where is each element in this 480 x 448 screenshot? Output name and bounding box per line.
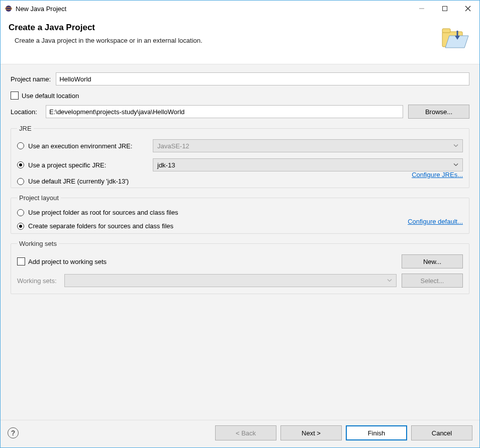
browse-button[interactable]: Browse... bbox=[408, 105, 469, 119]
working-sets-label: Working sets: bbox=[17, 277, 59, 285]
jre-option-execution-env-label: Use an execution environment JRE: bbox=[28, 142, 153, 150]
eclipse-icon bbox=[5, 5, 13, 13]
radio-icon bbox=[17, 142, 24, 149]
help-icon[interactable]: ? bbox=[8, 427, 19, 438]
folder-icon bbox=[439, 22, 471, 54]
svg-rect-3 bbox=[443, 7, 447, 11]
dialog-window: New Java Project Create a Java Project C… bbox=[0, 0, 480, 448]
add-to-working-sets-checkbox[interactable]: Add project to working sets bbox=[17, 257, 402, 265]
use-default-location-label: Use default location bbox=[22, 92, 79, 100]
svg-point-0 bbox=[6, 6, 12, 12]
chevron-down-icon bbox=[387, 277, 392, 285]
minimize-button[interactable] bbox=[410, 1, 433, 16]
jre-option-default[interactable]: Use default JRE (currently 'jdk-13') bbox=[17, 177, 463, 185]
svg-rect-7 bbox=[442, 29, 450, 33]
location-label: Location: bbox=[11, 108, 41, 116]
back-button: < Back bbox=[215, 425, 276, 440]
project-name-label: Project name: bbox=[11, 75, 51, 83]
project-layout-group: Project layout Use project folder as roo… bbox=[11, 194, 469, 234]
radio-icon bbox=[17, 161, 24, 168]
jre-option-execution-env[interactable]: Use an execution environment JRE: JavaSE… bbox=[17, 139, 463, 152]
window-controls bbox=[410, 1, 479, 16]
layout-option-root-folder-label: Use project folder as root for sources a… bbox=[28, 209, 178, 216]
location-row: Location: Browse... bbox=[11, 105, 469, 119]
page-subheading: Create a Java project in the workspace o… bbox=[15, 37, 203, 44]
banner: Create a Java Project Create a Java proj… bbox=[1, 17, 479, 64]
page-heading: Create a Java Project bbox=[9, 23, 203, 33]
execution-env-select: JavaSE-12 bbox=[153, 139, 463, 152]
checkbox-icon bbox=[17, 257, 25, 265]
working-sets-select bbox=[64, 274, 397, 287]
select-working-set-button: Select... bbox=[402, 274, 463, 288]
chevron-down-icon bbox=[453, 161, 458, 169]
footer: ? < Back Next > Finish Cancel bbox=[1, 420, 479, 447]
next-button[interactable]: Next > bbox=[280, 425, 342, 440]
working-sets-legend: Working sets bbox=[17, 240, 59, 247]
project-name-row: Project name: bbox=[11, 72, 469, 85]
layout-option-root-folder[interactable]: Use project folder as root for sources a… bbox=[17, 209, 463, 216]
window-title: New Java Project bbox=[16, 5, 410, 13]
jre-group: JRE Use an execution environment JRE: Ja… bbox=[11, 125, 469, 188]
titlebar: New Java Project bbox=[1, 1, 479, 17]
content-area: Project name: Use default location Locat… bbox=[1, 64, 479, 420]
jre-option-project-specific[interactable]: Use a project specific JRE: jdk-13 bbox=[17, 158, 463, 171]
working-sets-row: Working sets: Select... bbox=[17, 274, 463, 288]
checkbox-icon bbox=[11, 92, 19, 100]
new-working-set-button[interactable]: New... bbox=[402, 254, 463, 268]
location-input[interactable] bbox=[46, 105, 403, 118]
add-to-working-sets-label: Add project to working sets bbox=[28, 258, 107, 265]
jre-legend: JRE bbox=[17, 125, 34, 132]
maximize-button[interactable] bbox=[433, 1, 456, 16]
use-default-location-checkbox[interactable]: Use default location bbox=[11, 92, 469, 100]
radio-icon bbox=[17, 209, 24, 216]
cancel-button[interactable]: Cancel bbox=[411, 425, 472, 440]
project-specific-jre-select[interactable]: jdk-13 bbox=[153, 158, 463, 171]
radio-icon bbox=[17, 223, 24, 230]
working-sets-group: Working sets Add project to working sets… bbox=[11, 240, 469, 294]
jre-option-project-specific-label: Use a project specific JRE: bbox=[28, 161, 153, 169]
chevron-down-icon bbox=[453, 142, 458, 150]
project-layout-legend: Project layout bbox=[17, 194, 61, 202]
configure-default-link[interactable]: Configure default... bbox=[408, 218, 463, 225]
close-button[interactable] bbox=[456, 1, 479, 16]
jre-option-default-label: Use default JRE (currently 'jdk-13') bbox=[28, 177, 129, 185]
project-name-input[interactable] bbox=[56, 72, 469, 85]
radio-icon bbox=[17, 178, 24, 185]
finish-button[interactable]: Finish bbox=[346, 425, 407, 440]
configure-jres-link[interactable]: Configure JREs... bbox=[412, 171, 463, 178]
layout-option-separate-folders-label: Create separate folders for sources and … bbox=[28, 222, 173, 230]
